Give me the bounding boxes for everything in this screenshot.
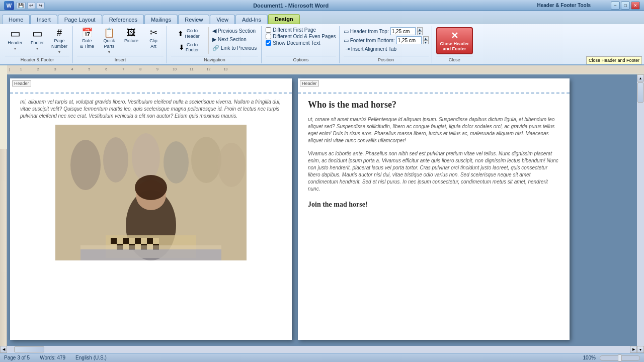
- header-top-icon: ▭: [344, 28, 349, 35]
- clip-art-icon: ✂: [150, 28, 157, 37]
- show-document-text-checkbox[interactable]: [266, 40, 271, 46]
- vertical-ruler: [0, 149, 7, 362]
- footer-bottom-down[interactable]: ▼: [423, 40, 429, 44]
- scroll-up-button[interactable]: ▲: [637, 74, 644, 81]
- close-header-footer-button[interactable]: ✕ Close Headerand Footer: [436, 27, 473, 54]
- header-from-top-label: Header from Top:: [350, 29, 389, 34]
- footer-from-bottom-input[interactable]: [396, 36, 422, 44]
- header-button[interactable]: ▭ Header ▼: [5, 27, 25, 51]
- scroll-right-button[interactable]: ▶: [630, 346, 637, 353]
- different-first-page-label: Different First Page: [273, 27, 316, 33]
- page-number-arrow[interactable]: ▼: [58, 50, 61, 54]
- header-top-down[interactable]: ▼: [417, 31, 423, 35]
- tab-bar: Home Insert Page Layout References Maili…: [0, 11, 644, 24]
- page-number-label: PageNumber: [51, 38, 67, 49]
- quick-parts-arrow[interactable]: ▼: [108, 50, 111, 54]
- link-prev-icon: 🔗: [212, 45, 219, 51]
- status-bar: Page 3 of 5 Words: 479 English (U.S.) 10…: [0, 353, 644, 362]
- pages-container: Header mi, aliquam vel turpis at, volutp…: [10, 78, 634, 340]
- nav-small-buttons: ◀ Previous Section ▶ Next Section 🔗 Link…: [211, 27, 258, 52]
- hscroll-thumb[interactable]: [14, 346, 44, 352]
- close-header-footer-label: Close Headerand Footer: [440, 41, 469, 51]
- chess-svg: [55, 125, 247, 260]
- svg-point-1: [70, 140, 101, 190]
- options-content: Different First Page Different Odd & Eve…: [266, 27, 336, 55]
- page-number-button[interactable]: # PageNumber ▼: [49, 27, 69, 55]
- window-controls: − □ ✕: [611, 2, 640, 10]
- next-section-button[interactable]: ▶ Next Section: [211, 36, 258, 43]
- scroll-down-button[interactable]: ▼: [637, 346, 644, 353]
- different-first-page-row: Different First Page: [266, 27, 336, 33]
- tab-review[interactable]: Review: [178, 15, 209, 24]
- tab-references[interactable]: References: [103, 15, 144, 24]
- link-to-previous-button[interactable]: 🔗 Link to Previous: [211, 44, 258, 52]
- show-document-text-label: Show Document Text: [273, 40, 320, 46]
- scroll-thumb[interactable]: [637, 82, 643, 103]
- date-time-label: Date& Time: [80, 38, 94, 49]
- clip-art-button[interactable]: ✂ ClipArt: [143, 27, 164, 50]
- tab-view[interactable]: View: [210, 15, 235, 24]
- minimize-button[interactable]: −: [611, 2, 620, 10]
- svg-rect-14: [129, 238, 135, 244]
- language-status: English (U.S.): [75, 355, 107, 360]
- footer-button[interactable]: ▭ Footer ▼: [27, 27, 47, 51]
- page-number-icon: #: [57, 28, 62, 37]
- svg-point-2: [103, 137, 128, 183]
- tab-mailings[interactable]: Mailings: [144, 15, 178, 24]
- svg-point-6: [217, 143, 246, 187]
- page1-body-text: mi, aliquam vel turpis at, volutpat grav…: [20, 99, 282, 120]
- header-icon: ▭: [10, 28, 21, 39]
- alignment-tab-label: Insert Alignment Tab: [351, 46, 396, 52]
- window-title: Document1 - Microsoft Word: [45, 3, 537, 9]
- date-time-button[interactable]: 📅 Date& Time: [77, 27, 97, 50]
- go-header-label: Go toHeader: [185, 28, 200, 39]
- tab-addins[interactable]: Add-Ins: [235, 15, 268, 24]
- maximize-button[interactable]: □: [621, 2, 630, 10]
- footer-bottom-up[interactable]: ▲: [423, 36, 429, 40]
- undo-icon[interactable]: ↩: [27, 2, 35, 9]
- tab-page-layout[interactable]: Page Layout: [58, 15, 102, 24]
- prev-section-icon: ◀: [212, 28, 216, 34]
- insert-buttons: 📅 Date& Time 📋 QuickParts ▼ 🖼 Picture ✂: [77, 27, 164, 55]
- redo-icon[interactable]: ↪: [37, 2, 45, 9]
- next-section-label: Next Section: [218, 37, 247, 42]
- go-to-footer-button[interactable]: ⬇ Go toFooter: [171, 41, 206, 54]
- different-odd-even-checkbox[interactable]: [266, 34, 271, 39]
- svg-rect-13: [123, 238, 129, 244]
- page2-title: Who is the mad horse?: [308, 99, 559, 111]
- page2-header-area: Header: [298, 78, 570, 94]
- chess-scene: [55, 125, 247, 260]
- scroll-left-button[interactable]: ◀: [0, 346, 7, 353]
- zoom-thumb[interactable]: [618, 354, 622, 361]
- insert-alignment-tab-button[interactable]: ⇥ Insert Alignment Tab: [344, 45, 429, 53]
- tab-home[interactable]: Home: [2, 15, 30, 24]
- header-label-btn: Header: [8, 40, 23, 46]
- quick-parts-icon: 📋: [104, 28, 115, 37]
- options-checkboxes: Different First Page Different Odd & Eve…: [266, 27, 336, 46]
- vertical-scrollbar[interactable]: ▲ ▼: [637, 74, 644, 353]
- tab-design[interactable]: Design: [268, 14, 300, 24]
- go-header-icon: ⬆: [178, 30, 184, 37]
- previous-section-button[interactable]: ◀ Previous Section: [211, 27, 258, 35]
- footer-dropdown-arrow[interactable]: ▼: [36, 47, 39, 50]
- different-odd-even-label: Different Odd & Even Pages: [273, 34, 336, 39]
- position-group-label: Position: [344, 56, 429, 62]
- close-button[interactable]: ✕: [631, 2, 640, 10]
- save-icon[interactable]: 💾: [16, 2, 26, 9]
- tab-insert[interactable]: Insert: [30, 15, 57, 24]
- close-content: ✕ Close Headerand Footer: [436, 27, 473, 55]
- header-from-top-row: ▭ Header from Top: ▲ ▼: [344, 27, 429, 35]
- zoom-slider[interactable]: [600, 355, 640, 360]
- svg-point-4: [164, 141, 189, 184]
- header-dropdown-arrow[interactable]: ▼: [14, 47, 17, 50]
- page2-subtitle: Join the mad horse!: [308, 200, 559, 210]
- header-from-top-input[interactable]: [390, 27, 416, 35]
- picture-button[interactable]: 🖼 Picture: [121, 27, 141, 45]
- header-top-up[interactable]: ▲: [417, 27, 423, 31]
- go-to-header-button[interactable]: ⬆ Go toHeader: [171, 27, 206, 40]
- different-first-page-checkbox[interactable]: [266, 27, 271, 33]
- zoom-level: 100%: [583, 355, 596, 360]
- quick-parts-button[interactable]: 📋 QuickParts ▼: [99, 27, 119, 55]
- different-odd-even-row: Different Odd & Even Pages: [266, 34, 336, 39]
- horizontal-scrollbar[interactable]: ◀ ▶: [0, 346, 637, 353]
